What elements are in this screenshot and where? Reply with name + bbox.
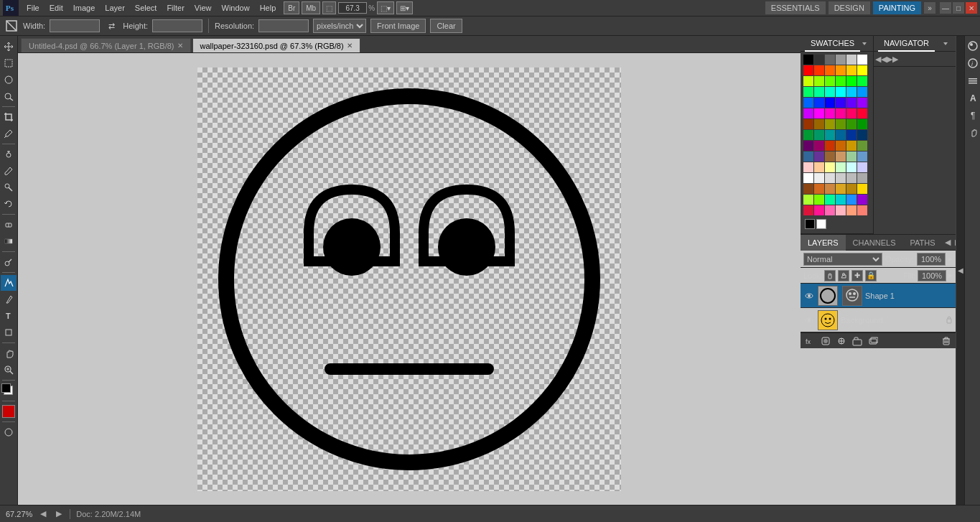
swatch-item[interactable]: [814, 87, 824, 97]
swatch-item[interactable]: [814, 65, 824, 75]
layer-shape1-visibility[interactable]: [803, 290, 815, 302]
essentials-button[interactable]: ESSENTIALS: [765, 1, 826, 14]
width-input[interactable]: [50, 19, 100, 32]
menu-help[interactable]: Help: [255, 0, 281, 16]
swatch-item[interactable]: [836, 87, 846, 97]
menu-layer[interactable]: Layer: [100, 0, 130, 16]
menu-window[interactable]: Window: [217, 0, 255, 16]
finger-panel-icon[interactable]: [966, 125, 980, 139]
eraser-tool[interactable]: [1, 217, 17, 233]
unit-select[interactable]: pixels/inch: [313, 19, 366, 33]
swatch-item[interactable]: [857, 65, 867, 75]
history-brush-tool[interactable]: [1, 196, 17, 212]
swatch-item[interactable]: [814, 55, 824, 65]
swatch-item[interactable]: [803, 205, 813, 215]
navigator-panel-collapse[interactable]: [940, 38, 951, 50]
swatch-item[interactable]: [836, 55, 846, 65]
swatch-item[interactable]: [825, 152, 835, 162]
lock-transparent-button[interactable]: [824, 270, 836, 281]
swatch-item[interactable]: [846, 184, 857, 194]
text-panel-icon[interactable]: A: [966, 90, 980, 105]
tab-wallpaper[interactable]: wallpaper-323160.psd @ 67.3% (RGB/8) ✕: [192, 38, 360, 52]
canvas-scroll[interactable]: [18, 53, 801, 505]
swatch-item[interactable]: [836, 76, 846, 86]
minimize-button[interactable]: —: [940, 2, 951, 14]
foreground-color[interactable]: [1, 383, 17, 399]
resolution-input[interactable]: [258, 19, 309, 32]
add-layer-button[interactable]: [867, 335, 879, 348]
add-mask-button[interactable]: [819, 335, 832, 348]
swatch-item[interactable]: [825, 108, 835, 118]
swatch-item[interactable]: [857, 152, 867, 162]
add-adjustment-button[interactable]: [835, 335, 848, 348]
swatch-item[interactable]: [825, 141, 835, 151]
paths-tab[interactable]: PATHS: [903, 235, 943, 251]
menu-edit[interactable]: Edit: [45, 0, 68, 16]
tab-wallpaper-close[interactable]: ✕: [347, 42, 353, 50]
channels-tab[interactable]: CHANNELS: [846, 235, 903, 251]
swatch-item[interactable]: [836, 141, 846, 151]
layer-shape1[interactable]: Shape 1: [801, 284, 956, 308]
swatch-item[interactable]: [846, 65, 857, 75]
eyedropper-tool[interactable]: [1, 126, 17, 141]
quick-selection-tool[interactable]: [1, 88, 17, 104]
front-image-button[interactable]: Front Image: [370, 19, 426, 33]
swatch-item[interactable]: [846, 195, 857, 205]
swatch-item[interactable]: [825, 195, 835, 205]
black-swatch[interactable]: [805, 219, 815, 229]
swatches-tab[interactable]: SWATCHES: [805, 36, 860, 52]
swatch-item[interactable]: [803, 141, 813, 151]
swatch-item[interactable]: [814, 76, 824, 86]
swatch-item[interactable]: [857, 108, 867, 118]
tab-untitled-close[interactable]: ✕: [177, 42, 183, 50]
swatch-item[interactable]: [857, 162, 867, 172]
panel-ctrl-left[interactable]: ◀◀: [875, 53, 887, 65]
status-nav-left[interactable]: ◀: [38, 509, 48, 519]
swatch-item[interactable]: [857, 98, 867, 108]
swatch-item[interactable]: [836, 108, 846, 118]
dodge-tool[interactable]: [1, 254, 17, 270]
swatch-item[interactable]: [857, 184, 867, 194]
zoom-tool[interactable]: [1, 362, 17, 378]
hand-tool[interactable]: [1, 345, 17, 361]
swatch-item[interactable]: [836, 119, 846, 129]
swatch-item[interactable]: [814, 98, 824, 108]
text-tool[interactable]: T: [1, 308, 17, 324]
swatch-item[interactable]: [846, 119, 857, 129]
swatch-item[interactable]: [803, 173, 813, 183]
swatch-item[interactable]: [825, 98, 835, 108]
lock-image-button[interactable]: [838, 270, 849, 281]
opacity-arrow[interactable]: ▸: [948, 254, 953, 264]
lock-all-button[interactable]: 🔒: [865, 270, 877, 281]
menu-select[interactable]: Select: [130, 0, 162, 16]
swatch-item[interactable]: [814, 184, 824, 194]
swatch-item[interactable]: [846, 205, 857, 215]
bridge-button[interactable]: Br: [284, 1, 299, 14]
swatch-item[interactable]: [803, 76, 813, 86]
layers-tab[interactable]: LAYERS: [801, 235, 846, 251]
menu-file[interactable]: File: [22, 0, 45, 16]
swatch-item[interactable]: [803, 65, 813, 75]
swatch-item[interactable]: [814, 205, 824, 215]
swatch-item[interactable]: [825, 205, 835, 215]
zoom-input[interactable]: [338, 2, 367, 14]
quick-mask-button[interactable]: [1, 424, 17, 440]
layer-background[interactable]: Background: [801, 308, 956, 332]
lasso-tool[interactable]: [1, 72, 17, 88]
swatch-item[interactable]: [836, 184, 846, 194]
swatch-item[interactable]: [814, 108, 824, 118]
swatch-item[interactable]: [836, 173, 846, 183]
swatch-item[interactable]: [803, 119, 813, 129]
swatch-item[interactable]: [836, 152, 846, 162]
swatch-item[interactable]: [857, 195, 867, 205]
swatch-item[interactable]: [814, 162, 824, 172]
color-panel-icon[interactable]: [966, 39, 980, 53]
paragraph-panel-icon[interactable]: ¶: [966, 108, 980, 122]
swatch-item[interactable]: [814, 195, 824, 205]
design-button[interactable]: DESIGN: [829, 1, 870, 14]
maximize-button[interactable]: □: [953, 2, 964, 14]
swatch-item[interactable]: [803, 55, 813, 65]
menu-view[interactable]: View: [190, 0, 217, 16]
swatch-item[interactable]: [814, 152, 824, 162]
tab-untitled[interactable]: Untitled-4.psd @ 66.7% (Layer 1, RGB/8) …: [21, 38, 191, 52]
